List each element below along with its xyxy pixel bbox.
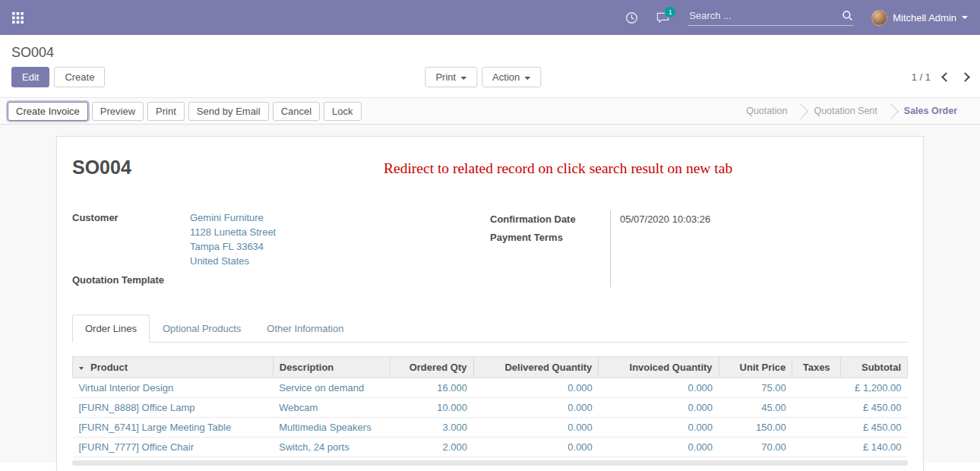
user-name: Mitchell Admin (893, 12, 956, 24)
cell-unit-price: 45.00 (719, 398, 792, 418)
header-invoiced-qty[interactable]: Invoiced Quantity (599, 357, 719, 378)
tab-order-lines[interactable]: Order Lines (72, 315, 150, 343)
cell-invoiced-qty: 0.000 (599, 438, 719, 457)
cell-subtotal: £ 450.00 (841, 398, 908, 418)
customer-street: 1128 Lunetta Street (190, 225, 276, 239)
lock-button[interactable]: Lock (324, 102, 361, 121)
cell-unit-price: 150.00 (719, 418, 792, 438)
cell-ordered-qty: 2.000 (390, 438, 473, 457)
sort-caret-icon (79, 367, 84, 370)
confirmation-date-label: Confirmation Date (490, 210, 610, 229)
pager-previous-icon[interactable] (941, 72, 951, 82)
cell-unit-price: 70.00 (719, 438, 792, 457)
cell-product[interactable]: Virtual Interior Design (73, 378, 273, 398)
activities-clock-icon[interactable] (625, 11, 638, 24)
cancel-button[interactable]: Cancel (273, 102, 320, 121)
header-delivered-qty[interactable]: Delivered Quantity (473, 357, 599, 378)
cell-delivered-qty: 0.000 (473, 378, 599, 398)
cell-product[interactable]: [FURN_6741] Large Meeting Table (73, 418, 273, 438)
print-dropdown-button[interactable]: Print (425, 67, 477, 87)
cell-delivered-qty: 0.000 (473, 418, 599, 438)
action-dropdown-button[interactable]: Action (482, 67, 541, 87)
pager-value: 1 / 1 (912, 71, 931, 83)
confirmation-date-value: 05/07/2020 10:03:26 (620, 210, 710, 229)
form-view: SO004 Redirect to related record on clic… (0, 125, 980, 463)
header-unit-price[interactable]: Unit Price (719, 357, 792, 378)
create-invoice-button[interactable]: Create Invoice (8, 102, 88, 121)
user-menu[interactable]: Mitchell Admin (871, 10, 968, 26)
pager-next-icon[interactable] (960, 72, 970, 82)
search-box (688, 9, 853, 26)
status-pipeline: Quotation Quotation Sent Sales Order (734, 106, 969, 117)
header-taxes[interactable]: Taxes (792, 357, 841, 378)
control-panel: Edit Create Print Action 1 / 1 (0, 67, 980, 97)
quotation-template-label: Quotation Template (72, 273, 190, 287)
create-button[interactable]: Create (54, 67, 105, 87)
cell-subtotal: £ 450.00 (841, 418, 908, 438)
cell-product[interactable]: [FURN_7777] Office Chair (73, 438, 273, 457)
customer-label: Customer (72, 210, 190, 268)
header-subtotal[interactable]: Subtotal (841, 357, 908, 378)
cell-description: Service on demand (273, 378, 390, 398)
header-ordered-qty[interactable]: Ordered Qty (390, 357, 473, 378)
customer-link[interactable]: Gemini Furniture 1128 Lunetta Street Tam… (190, 210, 276, 268)
tab-other-information[interactable]: Other Information (254, 315, 356, 343)
preview-button[interactable]: Preview (92, 102, 144, 121)
cell-subtotal: £ 1,200.00 (841, 378, 908, 398)
cell-product[interactable]: [FURN_8888] Office Lamp (73, 398, 273, 418)
cell-taxes (792, 398, 841, 418)
cell-taxes (792, 378, 841, 398)
message-count-badge: 1 (665, 7, 675, 17)
chevron-down-icon (460, 77, 466, 80)
cell-ordered-qty: 3.000 (390, 418, 473, 438)
cell-ordered-qty: 10.000 (390, 398, 473, 418)
cell-description: Switch, 24 ports (273, 438, 390, 457)
edit-button[interactable]: Edit (11, 67, 49, 87)
pager: 1 / 1 (912, 71, 969, 83)
statusbar: Create Invoice Preview Print Send by Ema… (0, 97, 980, 125)
cell-ordered-qty: 16.000 (390, 378, 473, 398)
table-row[interactable]: [FURN_8888] Office Lamp Webcam 10.000 0.… (73, 398, 908, 418)
table-row[interactable]: Virtual Interior Design Service on deman… (73, 378, 908, 398)
print-button[interactable]: Print (147, 102, 185, 121)
action-label: Action (492, 71, 520, 83)
customer-country: United States (190, 254, 276, 268)
status-step-quotation[interactable]: Quotation (734, 106, 799, 116)
cell-invoiced-qty: 0.000 (599, 378, 719, 398)
customer-name: Gemini Furniture (190, 210, 276, 225)
cell-delivered-qty: 0.000 (473, 398, 599, 418)
payment-terms-label: Payment Terms (490, 229, 610, 247)
header-product[interactable]: Product (73, 357, 273, 378)
header-product-label: Product (90, 362, 128, 373)
cell-invoiced-qty: 0.000 (599, 418, 719, 438)
cell-description: Webcam (273, 398, 390, 418)
header-description[interactable]: Description (273, 357, 390, 378)
status-step-sales-order[interactable]: Sales Order (892, 106, 969, 116)
topbar: 1 Mitchell Admin (0, 0, 980, 35)
cell-invoiced-qty: 0.000 (599, 398, 719, 418)
table-scrollbar[interactable] (72, 460, 908, 466)
cell-delivered-qty: 0.000 (473, 438, 599, 457)
table-row[interactable]: [FURN_7777] Office Chair Switch, 24 port… (73, 438, 908, 457)
table-header-row: Product Description Ordered Qty Delivere… (73, 357, 908, 378)
cell-subtotal: £ 140.00 (841, 438, 908, 457)
print-label: Print (435, 71, 456, 83)
apps-menu-icon[interactable] (12, 12, 24, 24)
status-step-quotation-sent[interactable]: Quotation Sent (801, 106, 889, 116)
cell-taxes (792, 418, 841, 438)
table-row[interactable]: [FURN_6741] Large Meeting Table Multimed… (73, 418, 908, 438)
cell-unit-price: 75.00 (719, 378, 792, 398)
send-by-email-button[interactable]: Send by Email (188, 102, 269, 121)
cell-taxes (792, 438, 841, 457)
chevron-down-icon (962, 16, 968, 19)
search-icon[interactable] (842, 10, 853, 21)
notebook-tabs: Order Lines Optional Products Other Info… (72, 315, 908, 343)
customer-city: Tampa FL 33634 (190, 239, 276, 254)
breadcrumb: SO004 (11, 45, 54, 60)
chevron-down-icon (524, 77, 530, 80)
search-input[interactable] (688, 9, 842, 22)
messages-icon[interactable]: 1 (656, 11, 669, 24)
tab-optional-products[interactable]: Optional Products (150, 315, 254, 343)
cell-description: Multimedia Speakers (273, 418, 390, 438)
annotation-note: Redirect to related record on click sear… (384, 160, 732, 177)
